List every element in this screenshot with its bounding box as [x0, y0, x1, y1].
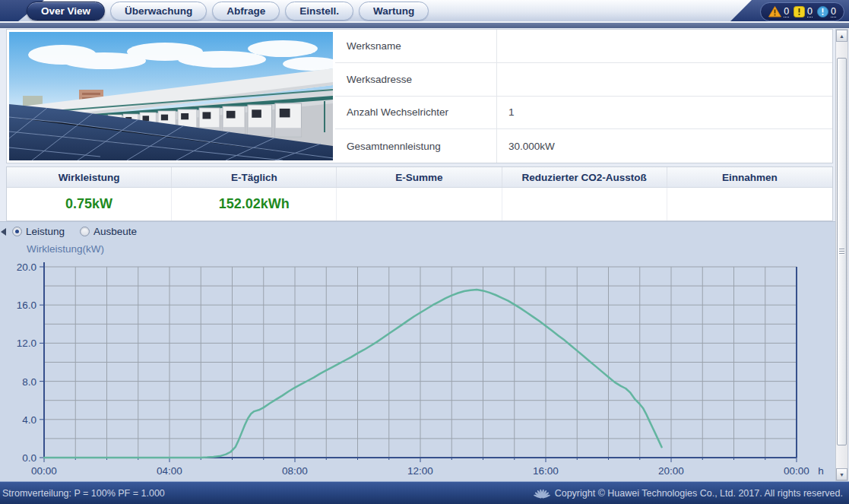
chart-mode-options: Leistung Ausbeute	[12, 226, 137, 237]
stat-value-co2	[502, 188, 667, 220]
plant-address-value	[496, 63, 832, 96]
table-row: Werksadresse	[335, 63, 832, 97]
radio-ausbeute-dot[interactable]	[80, 227, 90, 236]
svg-text:0.0: 0.0	[22, 452, 36, 464]
copyright-text: Copyright © Huawei Technologies Co., Ltd…	[555, 488, 843, 499]
radio-ausbeute-label: Ausbeute	[93, 226, 137, 237]
minor-alarm-count[interactable]: 0	[831, 7, 836, 17]
critical-alarm-item[interactable]: 0	[768, 6, 789, 17]
stats-value-row: 0.75kW 152.02kWh	[7, 188, 832, 220]
main-content: Werksname Werksadresse Anzahl Wechselric…	[0, 28, 849, 481]
rated-power-value: 30.000kW	[496, 129, 832, 163]
tab-overview[interactable]: Over View	[27, 2, 105, 21]
main-tabs: Over View Überwachung Abfrage Einstell. …	[27, 2, 429, 21]
svg-text:16:00: 16:00	[533, 465, 559, 477]
stat-value-wirkleistung: 0.75kW	[7, 188, 172, 220]
plant-photo	[7, 30, 335, 163]
warning-triangle-icon	[768, 6, 781, 17]
svg-text:08:00: 08:00	[282, 465, 308, 477]
rated-power-label: Gesamtnennleistung	[335, 129, 496, 163]
radio-ausbeute[interactable]: Ausbeute	[80, 226, 137, 237]
scroll-down-button[interactable]: ▼	[836, 468, 847, 480]
top-nav-bar: Over View Überwachung Abfrage Einstell. …	[0, 0, 849, 21]
table-row: Werksname	[335, 30, 832, 63]
stat-header-wirkleistung: Wirkleistung	[7, 167, 172, 187]
radio-leistung[interactable]: Leistung	[12, 226, 65, 237]
exclamation-square-icon	[794, 6, 805, 17]
svg-text:00:00: 00:00	[784, 465, 809, 477]
copyright-area: Copyright © Huawei Technologies Co., Ltd…	[534, 487, 843, 499]
status-bar: Stromverteilung: P = 100% PF = 1.000 Cop…	[0, 481, 849, 504]
stat-value-e-summe	[337, 188, 502, 220]
stat-header-e-summe: E-Summe	[337, 167, 502, 187]
exclamation-circle-icon	[817, 6, 828, 17]
stat-header-einnahmen: Einnahmen	[667, 167, 832, 187]
power-distribution-status: Stromverteilung: P = 100% PF = 1.000	[2, 488, 165, 499]
critical-alarm-count[interactable]: 0	[784, 7, 789, 17]
svg-text:20:00: 20:00	[658, 465, 684, 477]
svg-text:12.0: 12.0	[17, 338, 36, 349]
major-alarm-item[interactable]: 0	[794, 6, 813, 17]
major-alarm-count[interactable]: 0	[807, 7, 813, 17]
header-divider-strip	[0, 21, 849, 28]
svg-text:12:00: 12:00	[407, 465, 433, 477]
plant-address-label: Werksadresse	[335, 63, 496, 96]
alarm-summary: 0 0 0	[760, 2, 844, 21]
stat-value-e-taeglich: 152.02kWh	[172, 188, 337, 220]
huawei-logo-icon	[534, 487, 550, 499]
tab-abfrage[interactable]: Abfrage	[212, 2, 280, 21]
inverter-count-label: Anzahl Wechselrichter	[335, 97, 496, 129]
stats-header-row: Wirkleistung E-Täglich E-Summe Reduziert…	[7, 167, 832, 188]
scrollbar-thumb[interactable]	[837, 58, 847, 445]
tab-ueberwachung[interactable]: Überwachung	[110, 2, 207, 21]
inverter-count-value: 1	[496, 97, 832, 129]
plant-name-value	[496, 30, 832, 62]
stat-header-e-taeglich: E-Täglich	[172, 167, 337, 187]
svg-text:04:00: 04:00	[157, 465, 182, 477]
svg-text:8.0: 8.0	[22, 376, 36, 388]
table-row: Anzahl Wechselrichter 1	[335, 97, 832, 130]
svg-text:h: h	[818, 465, 824, 477]
power-chart-panel: Leistung Ausbeute Wirkleistung(kW) 0.04.…	[0, 221, 835, 481]
energy-stats-panel: Wirkleistung E-Täglich E-Summe Reduziert…	[6, 166, 833, 221]
power-curve-chart: 0.04.08.012.016.020.000:0004:0008:0012:0…	[0, 259, 835, 482]
plant-info-table: Werksname Werksadresse Anzahl Wechselric…	[335, 30, 832, 163]
huawei-inverter-webui: Over View Überwachung Abfrage Einstell. …	[0, 0, 849, 504]
collapse-panel-arrow-icon[interactable]	[1, 228, 6, 236]
minor-alarm-item[interactable]: 0	[817, 6, 836, 17]
table-row: Gesamtnennleistung 30.000kW	[335, 129, 832, 163]
scrollbar-grip	[839, 249, 844, 255]
radio-leistung-dot[interactable]	[12, 227, 22, 236]
svg-text:4.0: 4.0	[22, 414, 36, 426]
radio-leistung-label: Leistung	[26, 226, 65, 237]
plant-name-label: Werksname	[335, 30, 496, 62]
scroll-up-button[interactable]: ▲	[836, 30, 847, 42]
stat-value-einnahmen	[667, 188, 832, 220]
svg-text:16.0: 16.0	[17, 300, 36, 311]
stat-header-co2: Reduzierter CO2-Ausstoß	[502, 167, 667, 187]
chart-y-axis-title: Wirkleistung(kW)	[27, 243, 104, 255]
tab-einstellungen[interactable]: Einstell.	[285, 2, 353, 21]
svg-text:20.0: 20.0	[17, 262, 36, 273]
vertical-scrollbar[interactable]: ▲ ▼	[835, 29, 848, 481]
tab-wartung[interactable]: Wartung	[359, 2, 429, 21]
svg-text:00:00: 00:00	[31, 465, 57, 477]
plant-overview-panel: Werksname Werksadresse Anzahl Wechselric…	[6, 29, 833, 163]
